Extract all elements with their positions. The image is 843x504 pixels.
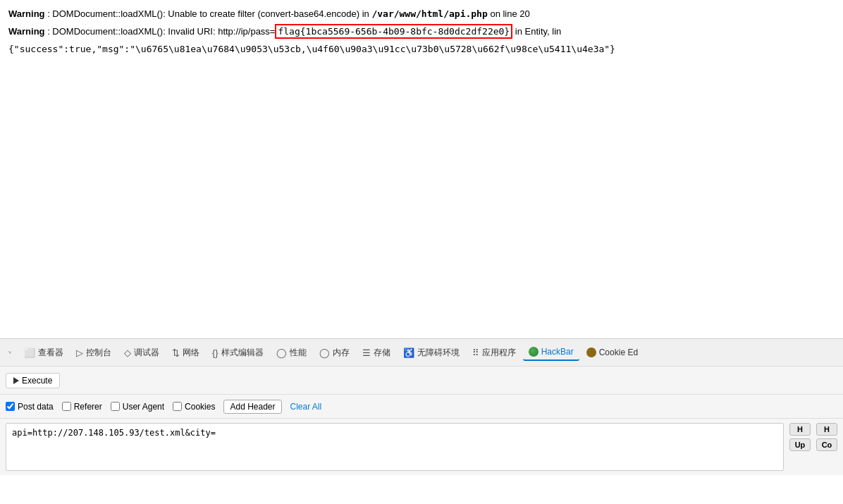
execute-button[interactable]: Execute: [6, 373, 60, 388]
useragent-label: User Agent: [123, 402, 164, 412]
inspect-button[interactable]: [3, 345, 17, 359]
tab-app-label: 应用程序: [482, 347, 516, 359]
browser-content: Warning : DOMDocument::loadXML(): Unable…: [0, 0, 843, 338]
warning-label-2: Warning: [8, 26, 45, 37]
tab-memory[interactable]: ◯ 内存: [314, 344, 355, 362]
perf-icon: ◯: [276, 348, 287, 358]
add-header-label: Add Header: [230, 402, 275, 412]
play-icon: [13, 377, 19, 384]
warning-suffix-1: on line 20: [490, 8, 529, 19]
postdata-label: Post data: [18, 402, 54, 412]
tab-hackbar[interactable]: HackBar: [523, 344, 579, 361]
postdata-checkbox[interactable]: [6, 402, 15, 411]
devtools-bar: ⬜ 查看器 ▷ 控制台 ◇ 调试器 ⇅ 网络 {} 样式编辑器 ◯ 性能 ◯ 内…: [0, 338, 843, 367]
warning-line-1: Warning : DOMDocument::loadXML(): Unable…: [8, 7, 835, 22]
options-bar: Post data Referer User Agent Cookies Add…: [0, 395, 843, 419]
style-icon: {}: [212, 348, 219, 358]
warning-line-2: Warning : DOMDocument::loadXML(): Invali…: [8, 25, 835, 39]
hackbar-icon: [529, 347, 539, 357]
warning-text-1: : DOMDocument::loadXML(): Unable to crea…: [47, 8, 371, 19]
app-icon: ⠿: [472, 348, 479, 358]
add-header-button[interactable]: Add Header: [223, 400, 281, 414]
tab-style-editor[interactable]: {} 样式编辑器: [207, 344, 269, 362]
warning-text-2: : DOMDocument::loadXML(): Invalid URI: h…: [47, 26, 275, 37]
referer-option[interactable]: Referer: [62, 402, 102, 412]
h-button-2[interactable]: H: [816, 423, 837, 436]
json-response: {"success":true,"msg":"\u6765\u81ea\u768…: [8, 42, 835, 57]
tab-cookieed-label: Cookie Ed: [599, 348, 638, 357]
tab-cookieed[interactable]: Cookie Ed: [581, 345, 644, 360]
tab-storage[interactable]: ☰ 存储: [357, 344, 396, 362]
tab-debugger-label: 调试器: [134, 347, 159, 359]
warning-suffix-2: in Entity, lin: [512, 26, 561, 37]
console-icon: ▷: [76, 348, 83, 358]
tab-hackbar-label: HackBar: [541, 347, 574, 357]
memory-icon: ◯: [319, 348, 330, 358]
url-textarea[interactable]: api=http://207.148.105.93/test.xml&city=: [6, 423, 784, 471]
tab-apptools[interactable]: ⠿ 应用程序: [467, 344, 522, 362]
warning-filepath-1: /var/www/html/api.php: [371, 8, 487, 19]
clear-all-button[interactable]: Clear All: [290, 402, 322, 412]
postdata-option[interactable]: Post data: [6, 402, 54, 412]
tab-perf-label: 性能: [290, 347, 307, 359]
execute-label: Execute: [22, 376, 52, 386]
co-button[interactable]: Co: [816, 438, 837, 451]
cookies-checkbox[interactable]: [173, 402, 182, 411]
referer-label: Referer: [74, 402, 102, 412]
inspector-icon: ⬜: [24, 348, 35, 358]
tab-console-label: 控制台: [86, 347, 111, 359]
tab-a11y-label: 无障碍环境: [417, 347, 460, 359]
network-icon: ⇅: [172, 348, 180, 358]
tab-a11y[interactable]: ♿ 无障碍环境: [398, 344, 465, 362]
url-input-area: api=http://207.148.105.93/test.xml&city=…: [0, 419, 843, 475]
tab-console[interactable]: ▷ 控制台: [70, 344, 117, 362]
hackbar-execute-bar: Execute: [0, 367, 843, 395]
storage-icon: ☰: [362, 348, 371, 358]
tab-performance[interactable]: ◯ 性能: [271, 344, 312, 362]
h-button-1[interactable]: H: [789, 423, 811, 436]
up-button[interactable]: Up: [789, 438, 811, 451]
tab-network[interactable]: ⇅ 网络: [166, 344, 205, 362]
tab-storage-label: 存储: [374, 347, 390, 359]
referer-checkbox[interactable]: [62, 402, 71, 411]
debugger-icon: ◇: [124, 348, 131, 358]
a11y-icon: ♿: [403, 348, 414, 358]
side-buttons-2: H Co: [816, 423, 837, 451]
useragent-option[interactable]: User Agent: [111, 402, 164, 412]
tab-inspector[interactable]: ⬜ 查看器: [18, 344, 69, 362]
clear-all-label: Clear All: [290, 402, 322, 412]
cookie-icon: [586, 348, 596, 357]
warning-label-1: Warning: [8, 8, 45, 19]
tab-memory-label: 内存: [333, 347, 350, 359]
useragent-checkbox[interactable]: [111, 402, 120, 411]
cookies-option[interactable]: Cookies: [173, 402, 215, 412]
tab-debugger[interactable]: ◇ 调试器: [118, 344, 165, 362]
tab-style-label: 样式编辑器: [221, 347, 264, 359]
flag-value: flag{1bca5569-656b-4b09-8bfc-8d0dc2df22e…: [275, 24, 512, 39]
tab-network-label: 网络: [183, 347, 199, 359]
cookies-label: Cookies: [185, 402, 215, 412]
side-buttons: H Up: [789, 423, 811, 451]
tab-inspector-label: 查看器: [38, 347, 63, 359]
